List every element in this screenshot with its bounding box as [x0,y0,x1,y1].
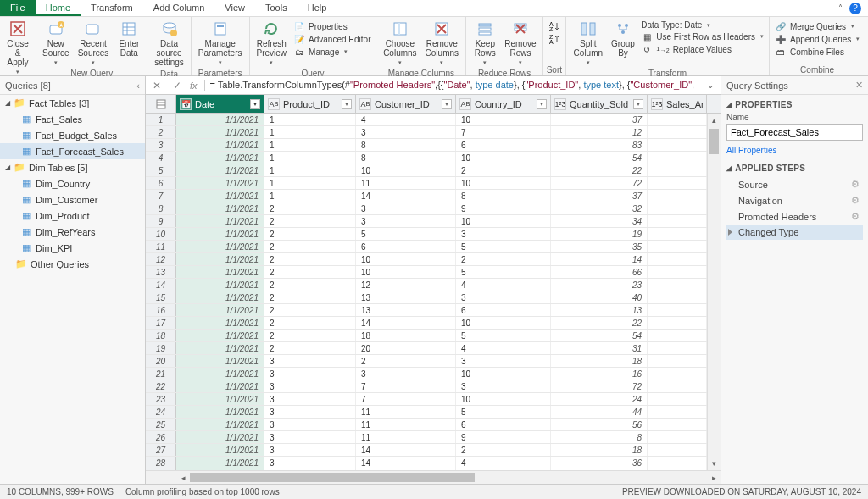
cell-customer-id[interactable]: 11 [356,177,456,189]
cell-country-id[interactable]: 2 [456,164,551,176]
cell-date[interactable]: 1/1/2021 [176,380,264,392]
cell-product-id[interactable]: 3 [264,406,356,418]
cell-sales-amount[interactable] [648,139,707,151]
cell-customer-id[interactable]: 5 [356,228,456,240]
formula-expand-icon[interactable]: ⌄ [704,80,717,90]
settings-close-icon[interactable]: ✕ [855,80,863,91]
cell-quantity-sold[interactable]: 16 [551,368,648,380]
cell-quantity-sold[interactable]: 54 [551,330,648,341]
table-row[interactable]: 251/1/2021311656 [146,419,707,431]
advanced-editor-button[interactable]: 📝Advanced Editor [293,33,370,45]
cell-quantity-sold[interactable]: 35 [551,241,648,252]
close-and-apply-button[interactable]: Close & Apply▾ [3,19,32,77]
group-by-button[interactable]: Group By [609,19,638,59]
row-number[interactable]: 29 [146,469,176,470]
table-row[interactable]: 231/1/2021371024 [146,393,707,406]
column-header-quantity-sold[interactable]: 1²3Quantity_Sold▾ [551,95,648,113]
cell-date[interactable]: 1/1/2021 [176,266,264,278]
query-item-dim-country[interactable]: ▦Dim_Country [0,175,145,191]
refresh-preview-button[interactable]: Refresh Preview▾ [253,19,291,68]
cell-country-id[interactable]: 5 [456,266,551,278]
cell-country-id[interactable]: 9 [456,202,551,214]
cell-country-id[interactable]: 10 [456,393,551,405]
cell-date[interactable]: 1/1/2021 [176,126,264,138]
row-number[interactable]: 9 [146,215,176,227]
cell-product-id[interactable]: 3 [264,469,356,470]
cell-date[interactable]: 1/1/2021 [176,368,264,380]
cell-country-id[interactable]: 10 [456,368,551,380]
cell-customer-id[interactable]: 14 [356,317,456,329]
cell-quantity-sold[interactable]: 8 [551,431,648,443]
cell-product-id[interactable]: 1 [264,114,356,125]
table-row[interactable]: 41/1/2021181054 [146,152,707,164]
cell-product-id[interactable]: 2 [264,228,356,240]
cell-quantity-sold[interactable]: 37 [551,190,648,202]
cell-product-id[interactable]: 1 [264,126,356,138]
cell-date[interactable]: 1/1/2021 [176,253,264,265]
cell-sales-amount[interactable] [648,202,707,214]
query-name-input[interactable] [726,124,863,141]
cell-customer-id[interactable]: 3 [356,126,456,138]
cell-quantity-sold[interactable]: 13 [551,469,648,470]
cell-sales-amount[interactable] [648,355,707,367]
cell-sales-amount[interactable] [648,253,707,265]
cell-customer-id[interactable]: 10 [356,164,456,176]
table-row[interactable]: 131/1/2021210566 [146,266,707,279]
cell-country-id[interactable]: 4 [456,457,551,469]
row-number[interactable]: 20 [146,355,176,367]
table-row[interactable]: 211/1/2021331016 [146,368,707,380]
merge-queries-button[interactable]: 🔗Merge Queries▾ [775,20,860,32]
row-number[interactable]: 7 [146,190,176,202]
cell-customer-id[interactable]: 7 [356,393,456,405]
properties-button[interactable]: 📄Properties [293,20,370,32]
remove-rows-button[interactable]: Remove Rows▾ [502,19,538,68]
query-group-fact[interactable]: ◢📁Fact Tables [3] [0,95,145,111]
table-row[interactable]: 101/1/202125319 [146,228,707,241]
cell-product-id[interactable]: 2 [264,241,356,252]
query-item-dim-refyears[interactable]: ▦Dim_RefYears [0,224,145,240]
query-group-other[interactable]: 📁Other Queries [0,256,145,272]
column-filter-icon[interactable]: ▾ [633,99,643,109]
cell-country-id[interactable]: 5 [456,330,551,341]
row-number[interactable]: 2 [146,126,176,138]
cell-sales-amount[interactable] [648,457,707,469]
step-source[interactable]: Source⚙ [726,176,863,192]
cell-quantity-sold[interactable]: 23 [551,279,648,291]
formula-accept-icon[interactable]: ✓ [170,78,185,93]
cell-quantity-sold[interactable]: 24 [551,393,648,405]
table-row[interactable]: 281/1/2021314436 [146,457,707,469]
table-row[interactable]: 201/1/202132318 [146,355,707,368]
cell-product-id[interactable]: 2 [264,342,356,354]
cell-quantity-sold[interactable]: 54 [551,152,648,164]
cell-date[interactable]: 1/1/2021 [176,330,264,341]
cell-customer-id[interactable]: 2 [356,355,456,367]
cell-product-id[interactable]: 3 [264,380,356,392]
table-row[interactable]: 241/1/2021311544 [146,406,707,419]
table-row[interactable]: 31/1/202118683 [146,139,707,152]
cell-country-id[interactable]: 9 [456,431,551,443]
horizontal-scrollbar[interactable]: ◂ ▸ [146,470,721,484]
cell-country-id[interactable]: 10 [456,215,551,227]
scrollbar-thumb[interactable] [709,129,719,154]
step-navigation[interactable]: Navigation⚙ [726,192,863,208]
menu-home[interactable]: Home [36,0,81,16]
cell-customer-id[interactable]: 20 [356,342,456,354]
step-promoted-headers[interactable]: Promoted Headers⚙ [726,208,863,225]
split-column-button[interactable]: Split Column▾ [570,19,607,68]
column-filter-icon[interactable]: ▾ [442,99,452,109]
cell-customer-id[interactable]: 6 [356,241,456,252]
cell-quantity-sold[interactable]: 40 [551,291,648,303]
cell-date[interactable]: 1/1/2021 [176,190,264,202]
table-row[interactable]: 271/1/2021314218 [146,444,707,457]
cell-sales-amount[interactable] [648,126,707,138]
cell-customer-id[interactable]: 8 [356,152,456,164]
cell-country-id[interactable]: 2 [456,444,551,456]
table-row[interactable]: 181/1/2021218554 [146,330,707,342]
cell-sales-amount[interactable] [648,228,707,240]
manage-parameters-button[interactable]: Manage Parameters▾ [195,19,246,68]
row-number[interactable]: 10 [146,228,176,240]
cell-sales-amount[interactable] [648,444,707,456]
cell-quantity-sold[interactable]: 31 [551,342,648,354]
column-header-product-id[interactable]: ABProduct_ID▾ [264,95,356,113]
row-number[interactable]: 21 [146,368,176,380]
